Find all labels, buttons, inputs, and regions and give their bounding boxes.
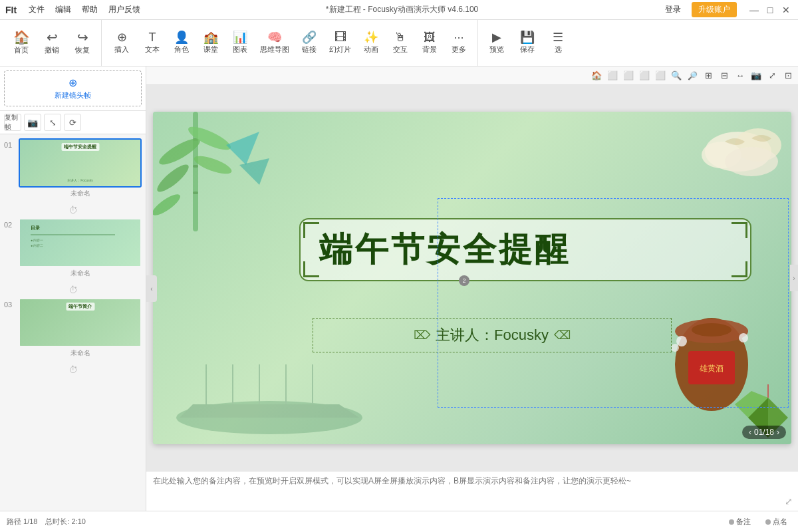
point-label: 点名 — [773, 517, 787, 527]
slide-thumb-1[interactable]: 端午节安全提醒 主讲人：Focusky — [19, 138, 142, 188]
insert-button[interactable]: ⊕ 插入 — [106, 29, 138, 57]
save-label: 保存 — [520, 45, 535, 55]
menu-feedback[interactable]: 用户反馈 — [104, 3, 144, 17]
corner-tr — [732, 222, 747, 238]
slide-name-3: 未命名 — [19, 348, 142, 359]
slide-item-2: 02 目录 ● 内容一 ● 内容二 未命名 — [4, 218, 142, 279]
background-icon: 🖼 — [424, 31, 436, 43]
canvas-more-button[interactable]: ⊡ — [781, 68, 795, 83]
chart-label: 图表 — [233, 45, 247, 55]
canvas-expand-button[interactable]: ⤢ — [765, 68, 779, 83]
toolbar-action-group: ▶ 预览 💾 保存 ☰ 选 — [478, 20, 577, 66]
slide-separator-2: ⏱ — [4, 283, 142, 298]
text-button[interactable]: T 文本 — [138, 29, 167, 57]
notes-input[interactable] — [153, 475, 791, 507]
minimize-button[interactable]: — — [747, 3, 761, 17]
note-label: 备注 — [736, 517, 751, 527]
animation-button[interactable]: ✨ 动画 — [356, 29, 386, 57]
animation-icon: ✨ — [364, 31, 378, 43]
chart-button[interactable]: 📊 图表 — [225, 29, 255, 57]
svg-rect-2 — [193, 165, 198, 168]
mindmap-button[interactable]: 🧠 思维导图 — [255, 29, 295, 57]
redo-label: 恢复 — [75, 45, 90, 55]
bracket-left-icon: ⌦ — [414, 328, 430, 342]
slide-thumb-bg-2: 目录 ● 内容一 ● 内容二 — [20, 219, 140, 266]
slide-num-2: 02 — [4, 218, 16, 229]
more-button[interactable]: ··· 更多 — [444, 29, 473, 57]
canvas-align-button[interactable]: ↔ — [733, 68, 747, 83]
canvas-frame3-button[interactable]: ⬜ — [637, 68, 652, 83]
slide-thumb-2[interactable]: 目录 ● 内容一 ● 内容二 — [19, 218, 142, 267]
separator-icon-3: ⏱ — [68, 364, 78, 375]
slide-subtitle-box[interactable]: ⌦ 主讲人：Focusky ⌫ — [313, 318, 672, 352]
link-button[interactable]: 🔗 链接 — [295, 29, 324, 57]
redo-button[interactable]: ↪ 恢复 — [68, 28, 97, 58]
counter-prev-button[interactable]: ‹ — [749, 428, 751, 437]
slideshow-button[interactable]: 🎞 幻灯片 — [324, 29, 356, 57]
fit-button[interactable]: ⤡ — [44, 114, 61, 131]
slide-name-1: 未命名 — [19, 189, 142, 200]
preview-label: 预览 — [489, 45, 504, 55]
selection-indicator: 2 — [459, 275, 469, 286]
canvas-wrapper[interactable]: 雄黄酒 — [146, 85, 798, 471]
canvas-frame2-button[interactable]: ⬜ — [621, 68, 636, 83]
counter-next-button[interactable]: › — [777, 428, 779, 437]
copy-frame-button[interactable]: 复制帧 — [4, 114, 21, 131]
save-button[interactable]: 💾 保存 — [513, 29, 542, 57]
canvas-home-button[interactable]: 🏠 — [589, 68, 604, 83]
camera-icon: 📷 — [27, 118, 38, 128]
note-button[interactable]: 备注 — [725, 515, 755, 528]
refresh-button[interactable]: ⟳ — [64, 114, 81, 131]
slideshow-icon: 🎞 — [334, 31, 346, 43]
home-button[interactable]: 🏠 首页 — [7, 28, 36, 58]
undo-button[interactable]: ↩ 撤销 — [37, 28, 66, 58]
chart-icon: 📊 — [233, 31, 247, 43]
login-button[interactable]: 登录 — [660, 3, 686, 17]
slide-thumb-3[interactable]: 端午节简介 — [19, 298, 142, 347]
new-frame-button[interactable]: ⊕ 新建镜头帧 — [4, 70, 142, 106]
svg-point-7 — [192, 152, 234, 177]
slide-list: 01 端午节安全提醒 主讲人：Focusky 未命名 ⏱ — [0, 134, 146, 511]
notes-expand-button[interactable]: ⤢ — [785, 496, 793, 507]
role-button[interactable]: 👤 角色 — [167, 29, 196, 57]
slide-thumb-wrapper-2: 目录 ● 内容一 ● 内容二 未命名 — [19, 218, 142, 279]
interact-label: 交互 — [393, 45, 408, 55]
select-button[interactable]: ☰ 选 — [543, 29, 573, 57]
camera-button[interactable]: 📷 — [24, 114, 41, 131]
slide-main-title-box[interactable]: 端午节安全提醒 — [299, 218, 751, 281]
window-controls: — □ ✕ — [747, 3, 793, 17]
canvas-grid-button[interactable]: ⊟ — [717, 68, 732, 83]
deco-top-right — [658, 112, 791, 211]
background-button[interactable]: 🖼 背景 — [415, 29, 444, 57]
point-button[interactable]: 点名 — [761, 515, 791, 528]
canvas-frame1-button[interactable]: ⬜ — [605, 68, 620, 83]
slide-canvas[interactable]: 雄黄酒 — [153, 112, 791, 444]
title-right: 登录 升级账户 — □ ✕ — [660, 2, 793, 17]
corner-br — [732, 261, 747, 277]
sidebar-tools: 复制帧 📷 ⤡ ⟳ — [0, 111, 146, 134]
menu-edit[interactable]: 编辑 — [51, 3, 75, 17]
slide-num-1: 01 — [4, 138, 16, 149]
maximize-button[interactable]: □ — [763, 3, 777, 17]
text-icon: T — [149, 31, 156, 43]
sidebar-collapse-button[interactable]: ‹ — [146, 275, 157, 302]
close-button[interactable]: ✕ — [779, 3, 793, 17]
svg-marker-16 — [180, 404, 359, 418]
classroom-button[interactable]: 🏫 课堂 — [196, 29, 225, 57]
page-info: 路径 1/18 — [7, 517, 37, 527]
slide-name-2: 未命名 — [19, 269, 142, 279]
menu-file[interactable]: 文件 — [25, 3, 49, 17]
canvas-frame4-button[interactable]: ⬜ — [653, 68, 668, 83]
interact-button[interactable]: 🖱 交互 — [386, 29, 415, 57]
canvas-zoom-in-button[interactable]: 🔍 — [669, 68, 684, 83]
corner-tl — [303, 222, 319, 238]
insert-label: 插入 — [114, 45, 129, 55]
canvas-camera-button[interactable]: 📷 — [749, 68, 763, 83]
canvas-zoom-out-button[interactable]: 🔎 — [685, 68, 700, 83]
preview-button[interactable]: ▶ 预览 — [482, 29, 511, 57]
menu-help[interactable]: 帮助 — [78, 3, 102, 17]
upgrade-button[interactable]: 升级账户 — [692, 2, 737, 17]
right-panel-toggle[interactable]: › — [790, 265, 798, 291]
canvas-fit-button[interactable]: ⊞ — [701, 68, 716, 83]
corner-bl — [303, 261, 319, 277]
